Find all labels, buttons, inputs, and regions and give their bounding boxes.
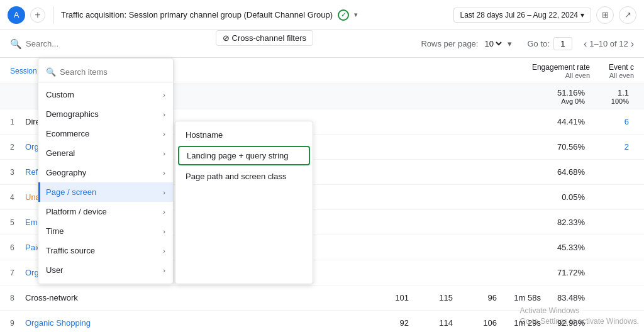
menu-item-arrow: ›	[163, 208, 165, 216]
menu-item-arrow: ›	[163, 228, 165, 235]
menu-item-arrow: ›	[163, 247, 165, 255]
row-cell-5: 6	[590, 117, 634, 126]
cross-channel-filter-button[interactable]: ⊘ Cross-channel filters	[216, 30, 314, 46]
menu-item-label: Traffic source	[46, 246, 95, 255]
menu-item-arrow: ›	[163, 111, 165, 118]
goto-input[interactable]	[553, 37, 572, 50]
rows-per-page-select[interactable]: 10 25 50	[482, 38, 504, 49]
menu-item-arrow: ›	[163, 189, 165, 196]
row-num: 6	[10, 243, 25, 252]
row-cell-4: 64.68%	[546, 167, 590, 177]
add-tab-button[interactable]: +	[30, 8, 45, 23]
menu-search[interactable]: 🔍	[38, 62, 173, 82]
menu-item-page-/-screen[interactable]: Page / screen ›	[38, 182, 173, 202]
filter-icon: ⊘	[223, 33, 230, 43]
menu-item-label: Demographics	[46, 109, 99, 119]
rows-per-page: Rows per page: 10 25 50 ▾	[421, 38, 512, 49]
row-cell-0: 101	[370, 293, 414, 302]
row-channel-name[interactable]: Organic Shopping	[25, 318, 136, 328]
menu-item-ecommerce[interactable]: Ecommerce ›	[38, 124, 173, 143]
date-range-picker[interactable]: Last 28 days Jul 26 – Aug 22, 2024 ▾	[453, 8, 591, 23]
menu-item-demographics[interactable]: Demographics ›	[38, 104, 173, 124]
watermark: Activate Windows Go to Settings to activ…	[520, 306, 639, 327]
row-cell-2: 96	[458, 293, 502, 302]
avg-engagement-sub: Avg 0%	[551, 97, 585, 105]
menu-item-arrow: ›	[163, 91, 165, 99]
menu-item-time[interactable]: Time ›	[38, 221, 173, 241]
row-cell-3: 1m 58s	[502, 293, 546, 302]
row-cell-4: 83.48%	[546, 293, 590, 302]
row-cell-0: 92	[370, 318, 414, 328]
submenu-item-landing-page-query-string[interactable]: Landing page + query string	[178, 146, 310, 165]
row-num: 5	[10, 218, 25, 227]
submenu-item-label: Hostname	[186, 130, 223, 140]
search-input[interactable]	[26, 39, 224, 48]
avg-event: 1.1 100%	[590, 88, 634, 105]
avg-event-val: 1.1	[595, 88, 629, 97]
menu-item-label: User	[46, 265, 63, 275]
row-cell-2: 106	[458, 318, 502, 328]
next-page-button[interactable]: ›	[631, 38, 634, 50]
main-area: Session primary...Channel Group ▾ Engage…	[0, 58, 644, 332]
menu-item-general[interactable]: General ›	[38, 143, 173, 163]
engagement-col-sub: All even	[565, 72, 590, 79]
row-num: 8	[10, 294, 25, 302]
avatar: A	[8, 6, 25, 24]
row-cell-4: 44.41%	[546, 117, 590, 126]
submenu-item-hostname[interactable]: Hostname	[175, 125, 313, 145]
separator	[53, 6, 53, 24]
row-num: 7	[10, 268, 25, 277]
watermark-line2: Go to Settings to activate Windows.	[520, 316, 639, 327]
avg-engagement: 51.16% Avg 0%	[546, 88, 590, 105]
submenu-item-page-path-and-screen-class[interactable]: Page path and screen class	[175, 167, 313, 186]
menu-item-platform-/-device[interactable]: Platform / device ›	[38, 202, 173, 221]
menu-item-label: Time	[46, 226, 64, 236]
menu-panel: 🔍 Custom › Demographics › Ecommerce › Ge…	[38, 58, 174, 284]
menu-item-label: Page / screen	[46, 187, 96, 197]
menu-item-label: Geography	[46, 168, 86, 177]
search-bar: 🔍 Rows per page: 10 25 50 ▾ Go to: ‹ 1–1…	[0, 30, 644, 58]
menu-item-geography[interactable]: Geography ›	[38, 163, 173, 182]
tab-dropdown-arrow[interactable]: ▾	[354, 11, 358, 19]
row-cell-4: 71.72%	[546, 268, 590, 277]
event-col-header: Event c All even	[590, 63, 634, 79]
submenu-item-label: Page path and screen class	[186, 172, 286, 181]
engagement-col-header: Engagement rate All even	[527, 63, 590, 79]
compare-icon[interactable]: ⊞	[596, 6, 614, 24]
tab-title-text: Traffic acquisition: Session primary cha…	[61, 10, 333, 19]
goto: Go to:	[527, 37, 572, 50]
menu-item-user[interactable]: User ›	[38, 260, 173, 280]
row-channel-name: Cross-network	[25, 293, 136, 302]
avg-engagement-pct: 51.16%	[551, 88, 585, 97]
page-range: 1–10 of 12	[589, 39, 628, 48]
avg-event-sub: 100%	[595, 97, 629, 105]
row-cell-5: 2	[590, 142, 634, 152]
top-bar: A + Traffic acquisition: Session primary…	[0, 0, 644, 30]
row-num: 3	[10, 168, 25, 177]
menu-item-arrow: ›	[163, 169, 165, 177]
menu-item-arrow: ›	[163, 267, 165, 274]
menu-search-icon: 🔍	[46, 67, 56, 77]
menu-item-label: General	[46, 148, 75, 158]
prev-page-button[interactable]: ‹	[584, 38, 587, 50]
top-bar-right: Last 28 days Jul 26 – Aug 22, 2024 ▾ ⊞ ↗	[453, 6, 636, 24]
dropdown-indicator: ▾	[508, 39, 512, 48]
submenu-item-label: Landing page + query string	[187, 151, 289, 160]
menu-search-input[interactable]	[60, 67, 165, 77]
event-col-sub: All even	[609, 72, 634, 79]
menu-item-custom[interactable]: Custom ›	[38, 85, 173, 104]
menu-item-traffic-source[interactable]: Traffic source ›	[38, 241, 173, 260]
menu-item-arrow: ›	[163, 130, 165, 138]
row-num: 9	[10, 319, 25, 328]
tab-title: Traffic acquisition: Session primary cha…	[61, 9, 448, 21]
status-check-icon: ✓	[338, 9, 349, 21]
share-icon[interactable]: ↗	[619, 6, 636, 24]
search-icon: 🔍	[10, 38, 22, 50]
row-cell-1: 115	[414, 293, 458, 302]
row-cell-4: 82.33%	[546, 218, 590, 227]
rows-label: Rows per page:	[421, 39, 478, 48]
watermark-line1: Activate Windows	[520, 306, 639, 316]
menu-items: Custom › Demographics › Ecommerce › Gene…	[38, 85, 173, 280]
row-cell-4: 0.05%	[546, 192, 590, 202]
pagination: ‹ 1–10 of 12 ›	[584, 38, 634, 50]
